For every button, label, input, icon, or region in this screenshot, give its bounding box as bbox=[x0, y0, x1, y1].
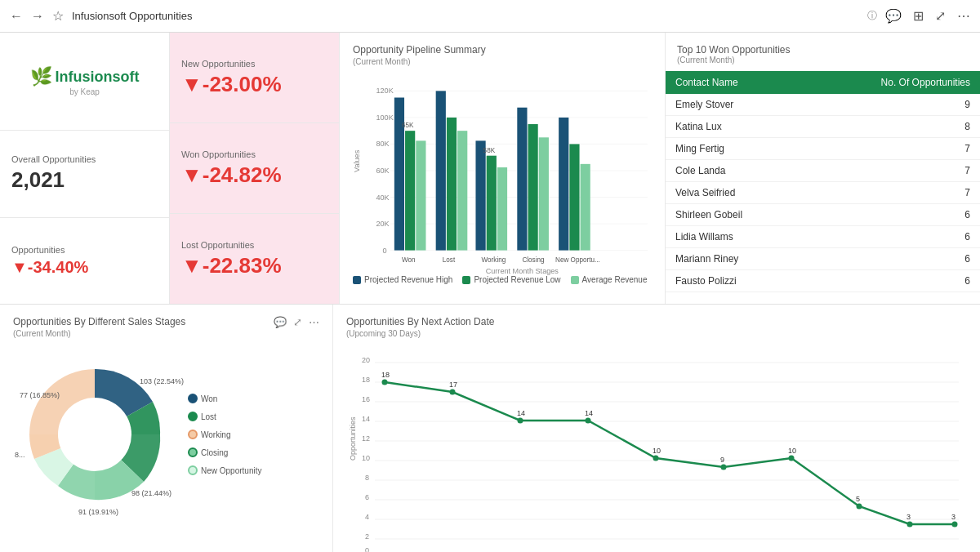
svg-point-72 bbox=[721, 465, 727, 470]
svg-point-67 bbox=[382, 380, 388, 385]
svg-rect-15 bbox=[394, 98, 404, 251]
legend-closing-icon bbox=[188, 447, 198, 457]
donut-chat-icon[interactable]: 💬 bbox=[274, 316, 287, 328]
svg-rect-24 bbox=[497, 167, 507, 251]
info-icon[interactable]: ⓘ bbox=[867, 9, 877, 23]
svg-rect-21 bbox=[457, 131, 467, 250]
logo-tagline: by Keap bbox=[69, 87, 100, 96]
svg-text:98 (21.44%): 98 (21.44%) bbox=[131, 489, 172, 497]
svg-point-68 bbox=[450, 390, 456, 395]
legend-lost-icon bbox=[188, 412, 198, 421]
top10-table: Contact Name No. Of Opportunities Emely … bbox=[666, 71, 980, 292]
opp-count: 7 bbox=[805, 182, 980, 204]
legend-new-opp: New Opportunity bbox=[188, 465, 261, 475]
svg-rect-16 bbox=[405, 131, 415, 250]
svg-text:20K: 20K bbox=[376, 220, 389, 228]
svg-rect-23 bbox=[487, 156, 497, 251]
page-title: Infusionsoft Opportunities bbox=[72, 10, 859, 22]
svg-text:77 (16.85%): 77 (16.85%) bbox=[20, 391, 60, 399]
svg-point-73 bbox=[789, 456, 795, 461]
svg-text:2: 2 bbox=[365, 532, 369, 541]
svg-text:14: 14 bbox=[517, 409, 525, 417]
svg-text:10: 10 bbox=[362, 454, 370, 462]
svg-rect-30 bbox=[569, 144, 579, 250]
donut-panel: Opportunities By Different Sales Stages … bbox=[0, 305, 333, 552]
legend-working-label: Working bbox=[201, 430, 231, 439]
star-button[interactable]: ☆ bbox=[52, 8, 64, 24]
svg-text:6: 6 bbox=[365, 493, 369, 501]
new-opp-value: ▼-23.00% bbox=[181, 72, 327, 97]
lost-opp-value: ▼-22.83% bbox=[181, 253, 327, 278]
pipeline-subtitle: (Current Month) bbox=[353, 57, 652, 66]
fullscreen-icon[interactable]: ⤢ bbox=[935, 8, 946, 24]
legend-low-dot bbox=[462, 276, 470, 284]
svg-text:0: 0 bbox=[365, 546, 369, 552]
svg-text:40K: 40K bbox=[376, 194, 389, 202]
legend-avg-label: Average Revenue bbox=[582, 275, 648, 284]
svg-text:Won: Won bbox=[402, 256, 416, 264]
lost-opp-label: Lost Opportunities bbox=[181, 240, 327, 250]
contact-name: Ming Fertig bbox=[666, 138, 805, 160]
svg-rect-22 bbox=[475, 140, 485, 250]
opp-change-value: ▼-34.40% bbox=[11, 258, 158, 277]
overall-opp-label: Overall Opportunities bbox=[11, 154, 158, 164]
opp-count: 6 bbox=[805, 204, 980, 226]
col2-header: No. Of Opportunities bbox=[805, 71, 980, 94]
new-opp-label: New Opportunities bbox=[181, 59, 327, 69]
svg-text:58K: 58K bbox=[483, 147, 496, 154]
view-icon[interactable]: ⊞ bbox=[913, 8, 924, 24]
table-row: Fausto Polizzi6 bbox=[666, 270, 980, 292]
table-row: Katina Lux8 bbox=[666, 116, 980, 138]
top-section: 🌿 Infusionsoft by Keap Overall Opportuni… bbox=[0, 33, 980, 305]
donut-chart: 103 (22.54%) 77 (16.85%) 8... 91 (19.91%… bbox=[13, 353, 176, 516]
svg-rect-27 bbox=[528, 124, 538, 251]
svg-text:Lost: Lost bbox=[443, 256, 456, 264]
svg-rect-28 bbox=[539, 137, 549, 250]
legend-new-opp-label: New Opportunity bbox=[201, 466, 261, 475]
contact-name: Emely Stover bbox=[666, 94, 805, 116]
pipeline-legend: Projected Revenue High Projected Revenue… bbox=[353, 275, 652, 284]
more-icon[interactable]: ⋯ bbox=[957, 8, 970, 24]
opp-count: 6 bbox=[805, 226, 980, 248]
legend-working: Working bbox=[188, 430, 261, 439]
svg-text:91 (19.91%): 91 (19.91%) bbox=[78, 508, 118, 516]
legend-high-label: Projected Revenue High bbox=[364, 275, 452, 284]
legend-won: Won bbox=[188, 394, 261, 403]
donut-header: Opportunities By Different Sales Stages … bbox=[13, 316, 319, 346]
pipeline-title: Opportunity Pipeline Summary bbox=[353, 44, 652, 56]
svg-point-38 bbox=[58, 398, 131, 471]
svg-rect-20 bbox=[447, 118, 457, 251]
lost-opp-card: Lost Opportunities ▼-22.83% bbox=[170, 214, 339, 304]
contact-name: Cole Landa bbox=[666, 160, 805, 182]
forward-button[interactable]: → bbox=[31, 9, 44, 24]
svg-text:9: 9 bbox=[720, 456, 724, 464]
donut-more-icon[interactable]: ⋯ bbox=[309, 316, 319, 328]
svg-text:New Opportu...: New Opportu... bbox=[555, 256, 600, 264]
svg-point-70 bbox=[586, 418, 591, 424]
svg-text:Current Month Stages: Current Month Stages bbox=[486, 267, 559, 275]
overall-opp-value: 2,021 bbox=[11, 167, 158, 193]
legend-low-label: Projected Revenue Low bbox=[474, 275, 560, 284]
donut-expand-icon[interactable]: ⤢ bbox=[293, 316, 302, 328]
won-opp-value: ▼-24.82% bbox=[181, 162, 327, 188]
svg-text:8: 8 bbox=[365, 474, 369, 482]
legend-won-label: Won bbox=[201, 394, 217, 403]
top10-subtitle: (Current Month) bbox=[666, 56, 980, 65]
table-row: Emely Stover9 bbox=[666, 94, 980, 116]
back-button[interactable]: ← bbox=[10, 9, 23, 24]
svg-text:20: 20 bbox=[362, 356, 370, 364]
legend-high: Projected Revenue High bbox=[353, 275, 452, 284]
svg-text:18: 18 bbox=[381, 371, 390, 379]
line-subtitle: (Upcoming 30 Days) bbox=[346, 329, 967, 338]
svg-text:Values: Values bbox=[353, 149, 361, 172]
bottom-section: Opportunities By Different Sales Stages … bbox=[0, 305, 980, 552]
table-row: Lidia Willams6 bbox=[666, 226, 980, 248]
content-area: 🌿 Infusionsoft by Keap Overall Opportuni… bbox=[0, 33, 980, 552]
contact-name: Shirleen Gobeil bbox=[666, 204, 805, 226]
col1-header: Contact Name bbox=[666, 71, 805, 94]
table-row: Ming Fertig7 bbox=[666, 138, 980, 160]
svg-text:4: 4 bbox=[365, 513, 369, 521]
svg-text:60K: 60K bbox=[376, 167, 389, 175]
svg-rect-17 bbox=[416, 140, 425, 250]
chat-icon[interactable]: 💬 bbox=[885, 8, 902, 24]
